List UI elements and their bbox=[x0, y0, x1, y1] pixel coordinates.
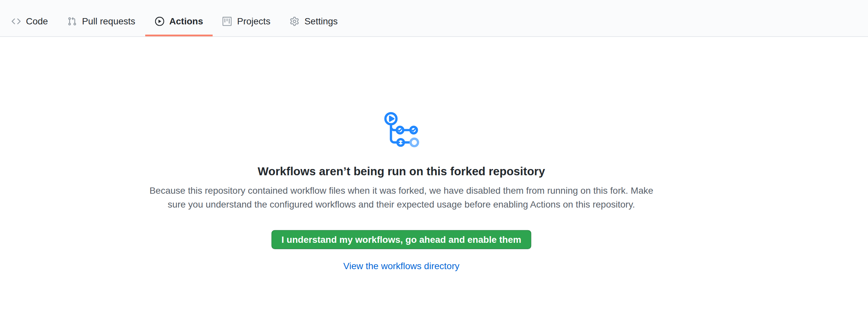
tab-projects[interactable]: Projects bbox=[213, 6, 280, 37]
git-pull-request-icon bbox=[67, 17, 77, 26]
tab-settings[interactable]: Settings bbox=[280, 6, 347, 37]
tab-actions-label: Actions bbox=[169, 14, 203, 28]
view-workflows-directory-link[interactable]: View the workflows directory bbox=[343, 259, 460, 274]
enable-workflows-button[interactable]: I understand my workflows, go ahead and … bbox=[272, 230, 531, 249]
tab-settings-label: Settings bbox=[304, 14, 338, 28]
description: Because this repository contained workfl… bbox=[150, 184, 653, 212]
tab-projects-label: Projects bbox=[237, 14, 270, 28]
description-line-1: Because this repository contained workfl… bbox=[150, 184, 653, 198]
play-icon bbox=[155, 17, 164, 26]
code-icon bbox=[11, 17, 21, 26]
project-icon bbox=[223, 17, 232, 26]
repo-tab-bar: Code Pull requests Actions Projects Sett bbox=[0, 0, 868, 37]
tab-code[interactable]: Code bbox=[2, 6, 58, 37]
actions-disabled-empty-state: Workflows aren’t being run on this forke… bbox=[0, 37, 803, 274]
page-title: Workflows aren’t being run on this forke… bbox=[258, 163, 545, 180]
description-line-2: sure you understand the configured workf… bbox=[150, 198, 653, 212]
tab-actions[interactable]: Actions bbox=[145, 6, 213, 37]
gear-icon bbox=[290, 17, 299, 26]
tab-pull-requests-label: Pull requests bbox=[82, 14, 135, 28]
tab-pull-requests[interactable]: Pull requests bbox=[58, 6, 145, 37]
tab-code-label: Code bbox=[26, 14, 48, 28]
repo-actions-page: Code Pull requests Actions Projects Sett bbox=[0, 0, 868, 311]
main-content: Workflows aren’t being run on this forke… bbox=[0, 37, 868, 274]
workflow-icon bbox=[383, 111, 420, 148]
